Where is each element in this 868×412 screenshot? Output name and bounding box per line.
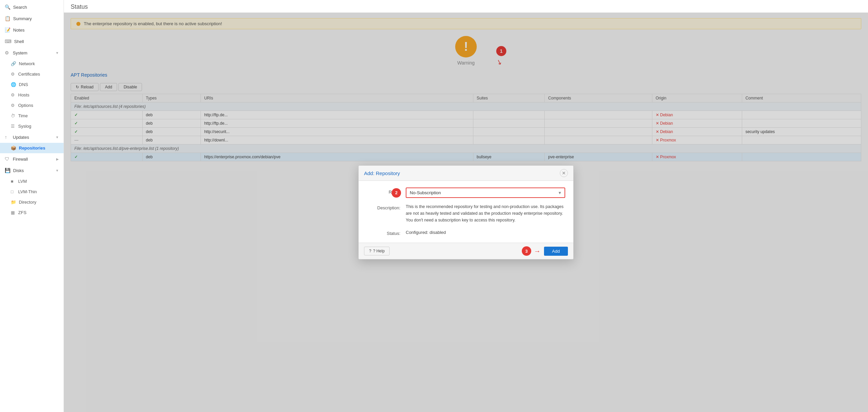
- status-form-row: Status: Configured: disabled: [367, 229, 565, 236]
- sidebar-item-summary[interactable]: 📋 Summary: [0, 13, 64, 24]
- firewall-icon: 🛡: [5, 156, 10, 162]
- sidebar-item-search[interactable]: 🔍 Search: [0, 1, 64, 13]
- updates-arrow-icon: ▼: [56, 135, 59, 139]
- step2-badge: 2: [392, 188, 401, 198]
- close-icon: ✕: [562, 170, 566, 176]
- content-header: Status: [64, 0, 868, 13]
- step3-arrow-icon: →: [534, 247, 541, 255]
- sidebar-section-updates[interactable]: ↑ Updates ▼: [0, 131, 64, 143]
- disks-icon: 💾: [5, 168, 10, 173]
- repo-select[interactable]: No-Subscription Enterprise Test: [406, 187, 565, 198]
- dns-icon: 🌐: [11, 82, 16, 87]
- sidebar-item-directory[interactable]: 📁 Directory: [0, 197, 64, 207]
- repo-form-row: Repo: 2 No-Subscription Enterprise Test: [367, 187, 565, 198]
- footer-right: 3 → Add: [522, 246, 568, 256]
- lvm-thin-icon: □: [11, 189, 16, 194]
- sidebar-item-network[interactable]: 🔗 Network: [0, 59, 64, 69]
- sidebar-section-system[interactable]: ⚙ System ▼: [0, 47, 64, 59]
- options-icon: ⚙: [11, 103, 16, 108]
- add-button[interactable]: Add: [544, 247, 568, 256]
- sidebar-item-zfs[interactable]: ▦ ZFS: [0, 207, 64, 218]
- system-arrow-icon: ▼: [56, 51, 59, 55]
- sidebar-section-disks[interactable]: 💾 Disks ▼: [0, 165, 64, 176]
- help-button[interactable]: ? ? Help: [364, 247, 390, 255]
- sidebar-item-hosts[interactable]: ⚙ Hosts: [0, 90, 64, 100]
- content-body: The enterprise repository is enabled, bu…: [64, 13, 868, 412]
- description-control: This is the recommended repository for t…: [406, 203, 565, 224]
- certificates-icon: ⚙: [11, 72, 16, 77]
- help-icon: ?: [369, 249, 371, 253]
- sidebar: 🔍 Search 📋 Summary 📝 Notes ⌨ Shell ⚙ Sys…: [0, 0, 64, 412]
- sidebar-section-firewall[interactable]: 🛡 Firewall ▶: [0, 153, 64, 165]
- sidebar-item-time[interactable]: ⏱ Time: [0, 110, 64, 121]
- sidebar-item-syslog[interactable]: ☰ Syslog: [0, 121, 64, 131]
- dialog-header: Add: Repository ✕: [359, 166, 573, 181]
- status-value: Configured: disabled: [406, 230, 446, 235]
- description-text: This is the recommended repository for t…: [406, 203, 565, 224]
- network-icon: 🔗: [11, 61, 16, 66]
- dialog-overlay: Add: Repository ✕ Repo: 2: [64, 13, 868, 412]
- zfs-icon: ▦: [11, 210, 16, 215]
- add-repository-dialog: Add: Repository ✕ Repo: 2: [358, 165, 574, 260]
- dialog-footer: ? ? Help 3 → Add: [359, 243, 573, 259]
- description-form-row: Description: This is the recommended rep…: [367, 203, 565, 224]
- shell-icon: ⌨: [5, 39, 11, 44]
- repositories-icon: 📦: [11, 145, 16, 150]
- main-content: Status The enterprise repository is enab…: [64, 0, 868, 412]
- repo-control: 2 No-Subscription Enterprise Test ▼: [406, 187, 565, 198]
- status-control: Configured: disabled: [406, 230, 565, 235]
- status-label: Status:: [367, 229, 400, 236]
- repo-select-wrapper: No-Subscription Enterprise Test ▼: [406, 187, 565, 198]
- sidebar-item-repositories[interactable]: 📦 Repositories: [0, 143, 64, 153]
- updates-icon: ↑: [5, 134, 10, 140]
- syslog-icon: ☰: [11, 124, 16, 129]
- summary-icon: 📋: [5, 16, 10, 21]
- sidebar-item-certificates[interactable]: ⚙ Certificates: [0, 69, 64, 79]
- time-icon: ⏱: [11, 113, 16, 118]
- step3-indicator: 3 →: [522, 246, 541, 256]
- sidebar-item-lvm[interactable]: ■ LVM: [0, 176, 64, 186]
- system-icon: ⚙: [5, 50, 10, 56]
- page-title: Status: [71, 3, 861, 10]
- sidebar-item-notes[interactable]: 📝 Notes: [0, 24, 64, 36]
- step3-badge: 3: [522, 246, 531, 256]
- search-icon: 🔍: [5, 4, 10, 10]
- directory-icon: 📁: [11, 200, 16, 205]
- sidebar-item-shell[interactable]: ⌨ Shell: [0, 36, 64, 47]
- sidebar-item-options[interactable]: ⚙ Options: [0, 100, 64, 110]
- notes-icon: 📝: [5, 27, 10, 33]
- hosts-icon: ⚙: [11, 93, 16, 98]
- lvm-icon: ■: [11, 179, 16, 184]
- firewall-arrow-icon: ▶: [56, 157, 59, 161]
- description-label: Description:: [367, 203, 400, 210]
- disks-arrow-icon: ▼: [56, 169, 59, 172]
- sidebar-item-dns[interactable]: 🌐 DNS: [0, 79, 64, 90]
- dialog-title: Add: Repository: [364, 170, 400, 176]
- sidebar-item-lvm-thin[interactable]: □ LVM-Thin: [0, 186, 64, 197]
- dialog-body: Repo: 2 No-Subscription Enterprise Test: [359, 181, 573, 243]
- dialog-close-button[interactable]: ✕: [560, 169, 568, 177]
